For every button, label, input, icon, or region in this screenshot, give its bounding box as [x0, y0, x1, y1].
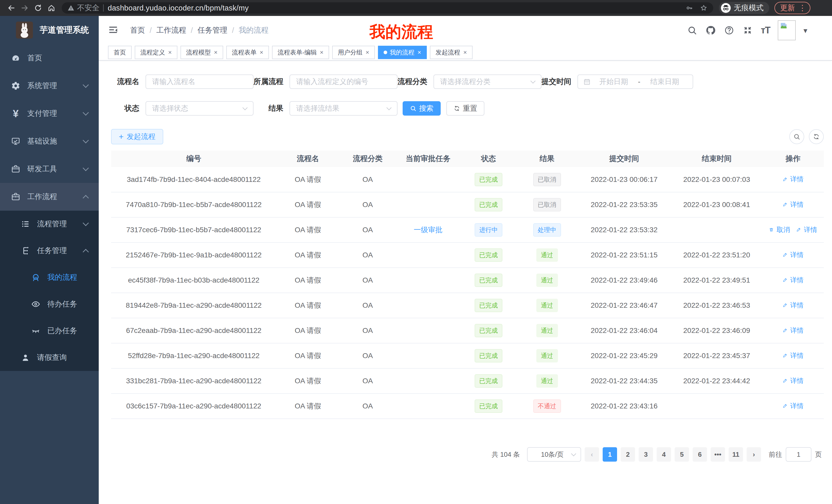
toggle-search-button[interactable]: [789, 129, 804, 144]
tab-发起流程[interactable]: 发起流程×: [430, 46, 473, 59]
sidebar-item-payment[interactable]: ¥支付管理: [0, 100, 99, 128]
font-size-icon[interactable]: тT: [761, 25, 770, 36]
browser-forward-button[interactable]: [18, 1, 31, 15]
sidebar-item-infra[interactable]: 基础设施: [0, 128, 99, 155]
bookmark-star-icon[interactable]: [700, 4, 707, 12]
column-header: 结果: [517, 150, 577, 167]
category-select[interactable]: 请选择流程分类: [434, 75, 542, 89]
reset-button[interactable]: 重置: [446, 101, 485, 116]
breadcrumb-item[interactable]: 首页: [130, 25, 145, 35]
close-icon[interactable]: ×: [260, 49, 263, 56]
sidebar-item-my-process[interactable]: 我的流程: [0, 264, 99, 291]
detail-link[interactable]: 详情: [783, 301, 804, 310]
security-label[interactable]: 不安全: [77, 3, 100, 13]
sidebar-item-workflow[interactable]: 工作流程: [0, 183, 99, 211]
detail-link[interactable]: 详情: [783, 276, 804, 285]
process-name-input[interactable]: [146, 75, 254, 89]
sidebar-item-done-tasks[interactable]: 已办任务: [0, 317, 99, 344]
page-button-1[interactable]: 1: [603, 447, 617, 461]
sidebar-menu-top: 首页系统管理¥支付管理基础设施研发工具工作流程: [0, 44, 99, 211]
status-select[interactable]: 请选择状态: [146, 101, 254, 116]
tab-流程表单-编辑[interactable]: 流程表单-编辑×: [272, 46, 329, 59]
fullscreen-icon[interactable]: [742, 25, 753, 36]
cell-status: 进行中: [460, 217, 517, 243]
status-badge: 已完成: [475, 299, 502, 312]
close-icon[interactable]: ×: [366, 49, 369, 56]
detail-link[interactable]: 详情: [783, 175, 804, 184]
browser-menu-icon[interactable]: ⋮: [799, 4, 806, 12]
sidebar-item-todo-tasks[interactable]: 待办任务: [0, 291, 99, 317]
detail-link[interactable]: 详情: [783, 326, 804, 335]
cancel-link[interactable]: 取消: [769, 225, 790, 234]
next-page-button[interactable]: ›: [747, 447, 761, 461]
page-button-3[interactable]: 3: [639, 447, 653, 461]
tab-我的流程[interactable]: 我的流程×: [378, 46, 427, 59]
result-select[interactable]: 请选择流结果: [289, 101, 397, 116]
tab-流程表单[interactable]: 流程表单×: [226, 46, 269, 59]
breadcrumb-item[interactable]: 工作流程: [156, 25, 186, 35]
tab-用户分组[interactable]: 用户分组×: [332, 46, 375, 59]
create-process-button[interactable]: + 发起流程: [111, 129, 163, 144]
submit-time-range[interactable]: 开始日期 - 结束日期: [577, 75, 693, 89]
detail-link[interactable]: 详情: [783, 401, 804, 411]
detail-link[interactable]: 详情: [783, 200, 804, 209]
sidebar-item-process-mgmt[interactable]: 流程管理: [0, 211, 99, 237]
search-icon[interactable]: [687, 25, 698, 36]
browser-reload-button[interactable]: [31, 1, 45, 15]
sidebar-item-system[interactable]: 系统管理: [0, 72, 99, 100]
refresh-table-button[interactable]: [809, 129, 824, 144]
detail-link[interactable]: 详情: [783, 376, 804, 385]
close-icon[interactable]: ×: [418, 49, 421, 56]
tab-流程定义[interactable]: 流程定义×: [135, 46, 177, 59]
avatar[interactable]: [778, 20, 796, 40]
sidebar-item-home[interactable]: 首页: [0, 44, 99, 72]
browser-back-button[interactable]: [5, 1, 18, 15]
password-key-icon[interactable]: [685, 4, 693, 12]
cell-end-time: 2022-01-22 23:44:42: [671, 368, 762, 394]
tab-流程模型[interactable]: 流程模型×: [181, 46, 223, 59]
end-date-placeholder[interactable]: 结束日期: [642, 77, 687, 87]
definition-input[interactable]: [289, 75, 397, 89]
close-icon[interactable]: ×: [214, 49, 217, 56]
detail-link[interactable]: 详情: [783, 250, 804, 259]
sidebar-submenu: 流程管理任务管理我的流程待办任务已办任务请假查询: [0, 211, 99, 371]
page-button-2[interactable]: 2: [621, 447, 635, 461]
current-task-link[interactable]: 一级审批: [414, 226, 442, 234]
detail-link[interactable]: 详情: [796, 225, 817, 234]
close-icon[interactable]: ×: [463, 49, 467, 56]
cell-current-task: [396, 343, 460, 368]
help-icon[interactable]: [724, 25, 734, 36]
sidebar-item-devtools[interactable]: 研发工具: [0, 155, 99, 183]
avatar-caret-icon[interactable]: ▾: [803, 26, 807, 35]
github-icon[interactable]: [705, 25, 716, 36]
page-button-4[interactable]: 4: [657, 447, 671, 461]
sidebar-item-task-mgmt[interactable]: 任务管理: [0, 237, 99, 264]
page-button-5[interactable]: 5: [675, 447, 689, 461]
browser-home-button[interactable]: [45, 1, 58, 15]
breadcrumb-item[interactable]: 任务管理: [198, 25, 227, 35]
tab-首页[interactable]: 首页: [108, 46, 132, 59]
filter-row-1: 流程名 所属流程 流程分类 请选择流程分类 提交时间 开始日期 - 结束日期: [111, 75, 824, 89]
content: 流程名 所属流程 流程分类 请选择流程分类 提交时间 开始日期 - 结束日期: [99, 61, 832, 504]
cell-current-task: [396, 293, 460, 318]
page-button-6[interactable]: 6: [693, 447, 707, 461]
prev-page-button[interactable]: ‹: [585, 447, 599, 461]
create-process-label: 发起流程: [127, 132, 156, 142]
close-icon[interactable]: ×: [168, 49, 172, 56]
search-button[interactable]: 搜索: [402, 101, 441, 116]
goto-page-input[interactable]: [786, 447, 811, 461]
sidebar-collapse-icon[interactable]: [108, 25, 119, 36]
start-date-placeholder[interactable]: 开始日期: [591, 77, 636, 87]
active-tab-dot: [384, 51, 387, 54]
detail-link[interactable]: 详情: [783, 351, 804, 360]
pagination-goto: 前往 页: [769, 447, 822, 461]
sidebar-item-leave-query[interactable]: 请假查询: [0, 344, 99, 371]
cell-id: 331bc281-7b9a-11ec-a290-acde48001122: [111, 368, 277, 394]
close-icon[interactable]: ×: [320, 49, 323, 56]
page-button-11[interactable]: 11: [729, 447, 743, 461]
url-text[interactable]: dashboard.yudao.iocoder.cn/bpm/task/my: [108, 4, 679, 12]
page-size-select[interactable]: 10条/页: [527, 447, 581, 461]
browser-update-button[interactable]: 更新 ⋮: [774, 2, 810, 14]
sidebar-item-label: 已办任务: [47, 326, 88, 336]
address-bar[interactable]: 不安全 dashboard.yudao.iocoder.cn/bpm/task/…: [62, 2, 713, 13]
